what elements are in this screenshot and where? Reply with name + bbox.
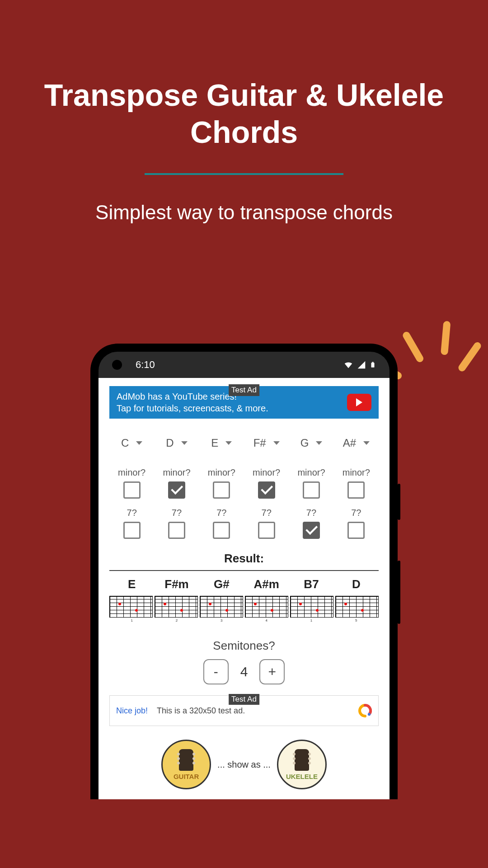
chevron-down-icon xyxy=(136,441,142,445)
svg-rect-1 xyxy=(372,362,374,363)
chord-value: F# xyxy=(253,437,266,449)
seventh-checkbox-2[interactable] xyxy=(213,522,230,539)
minor-checkbox-5[interactable] xyxy=(347,481,365,499)
result-chord-2: G# xyxy=(199,577,244,591)
ukelele-headstock-icon xyxy=(295,749,309,771)
semitones-stepper: - 4 + xyxy=(109,659,379,684)
seventh-checkbox-4[interactable] xyxy=(303,522,320,539)
chevron-down-icon xyxy=(225,441,232,445)
chord-value: G xyxy=(300,437,309,449)
phone-frame: 6:10 Test Ad AdMob has a YouTube series!… xyxy=(90,344,398,799)
ukelele-label: UKELELE xyxy=(286,773,318,780)
chord-dropdown-2[interactable]: E xyxy=(199,432,244,454)
result-chord-1: F#m xyxy=(154,577,199,591)
chevron-down-icon xyxy=(316,441,322,445)
ad-banner-bottom[interactable]: Test Ad Nice job! This is a 320x50 test … xyxy=(109,695,379,726)
minor-label: minor? xyxy=(154,467,199,478)
show-as-label: ... show as ... xyxy=(217,759,271,770)
guitar-label: GUITAR xyxy=(174,773,199,780)
guitar-headstock-icon xyxy=(179,749,193,771)
result-header: Result: xyxy=(109,552,379,566)
status-time: 6:10 xyxy=(136,359,155,371)
minor-checkbox-1[interactable] xyxy=(168,481,185,499)
instrument-row: GUITAR ... show as ... UKELELE xyxy=(109,740,379,799)
seventh-checkbox-5[interactable] xyxy=(347,522,365,539)
chord-diagram-5 xyxy=(335,596,379,618)
chord-diagram-2 xyxy=(200,596,243,618)
admob-logo-icon xyxy=(358,704,372,717)
ad-body-text: This is a 320x50 test ad. xyxy=(157,706,245,716)
minor-label: minor? xyxy=(244,467,289,478)
ukelele-button[interactable]: UKELELE xyxy=(277,740,327,789)
chord-value: A# xyxy=(343,437,356,449)
chord-dropdown-1[interactable]: D xyxy=(154,432,199,454)
seventh-label: 7? xyxy=(289,508,333,518)
minor-checkbox-3[interactable] xyxy=(258,481,275,499)
ad-label: Test Ad xyxy=(229,694,259,705)
app-content: Test Ad AdMob has a YouTube series! Tap … xyxy=(99,378,389,799)
ad-line2: Tap for tutorials, screencasts, & more. xyxy=(117,402,268,414)
chord-value: D xyxy=(166,437,174,449)
chord-dropdown-3[interactable]: F# xyxy=(244,432,289,454)
chord-dropdown-4[interactable]: G xyxy=(289,432,333,454)
ad-banner-top[interactable]: Test Ad AdMob has a YouTube series! Tap … xyxy=(109,386,379,419)
signal-icon xyxy=(357,360,366,369)
chord-diagram-3 xyxy=(245,596,288,618)
seventh-label: 7? xyxy=(109,508,154,518)
semitones-value: 4 xyxy=(240,664,248,679)
wifi-icon xyxy=(343,360,353,370)
decorative-burst xyxy=(393,307,470,384)
minor-checkbox-4[interactable] xyxy=(303,481,320,499)
battery-icon xyxy=(370,360,376,370)
chevron-down-icon xyxy=(363,441,370,445)
result-chord-0: E xyxy=(109,577,154,591)
youtube-play-icon[interactable] xyxy=(347,394,371,411)
svg-rect-0 xyxy=(371,363,375,368)
chord-dropdown-5[interactable]: A# xyxy=(334,432,379,454)
camera-hole xyxy=(112,360,122,370)
hero-title: Transpose Guitar & Ukelele Chords xyxy=(0,0,488,151)
minor-label: minor? xyxy=(334,467,379,478)
semitones-plus-button[interactable]: + xyxy=(259,659,285,684)
chevron-down-icon xyxy=(181,441,188,445)
result-chord-3: A#m xyxy=(244,577,289,591)
result-divider xyxy=(109,570,379,571)
guitar-button[interactable]: GUITAR xyxy=(161,740,211,789)
phone-screen: 6:10 Test Ad AdMob has a YouTube series!… xyxy=(99,352,389,799)
semitones-minus-button[interactable]: - xyxy=(203,659,229,684)
chord-diagram-1 xyxy=(155,596,198,618)
chord-diagram-0 xyxy=(109,596,153,618)
ad-nice-text: Nice job! xyxy=(116,706,148,716)
chord-value: E xyxy=(211,437,218,449)
minor-checkbox-0[interactable] xyxy=(123,481,141,499)
seventh-checkbox-3[interactable] xyxy=(258,522,275,539)
seventh-label: 7? xyxy=(154,508,199,518)
svg-point-2 xyxy=(368,713,371,716)
result-chord-5: D xyxy=(334,577,379,591)
chord-dropdown-0[interactable]: C xyxy=(109,432,154,454)
chord-diagram-4 xyxy=(290,596,333,618)
minor-checkbox-2[interactable] xyxy=(213,481,230,499)
seventh-checkbox-1[interactable] xyxy=(168,522,185,539)
seventh-checkbox-0[interactable] xyxy=(123,522,141,539)
chevron-down-icon xyxy=(273,441,280,445)
chord-value: C xyxy=(121,437,129,449)
semitones-label: Semitones? xyxy=(109,639,379,653)
seventh-label: 7? xyxy=(244,508,289,518)
minor-label: minor? xyxy=(109,467,154,478)
ad-label: Test Ad xyxy=(229,384,259,396)
divider xyxy=(145,173,343,175)
seventh-label: 7? xyxy=(334,508,379,518)
hero-subtitle: Simplest way to transpose chords xyxy=(0,198,488,227)
seventh-label: 7? xyxy=(199,508,244,518)
minor-label: minor? xyxy=(199,467,244,478)
result-chord-4: B7 xyxy=(289,577,333,591)
minor-label: minor? xyxy=(289,467,333,478)
status-bar: 6:10 xyxy=(99,352,389,378)
